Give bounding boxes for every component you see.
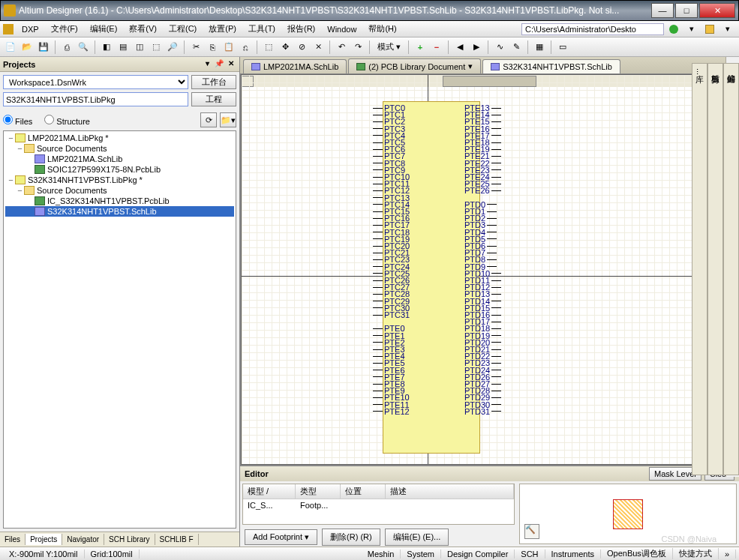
add-icon[interactable]: + xyxy=(413,40,428,55)
add-footprint-button[interactable]: Add Footprint ▾ xyxy=(245,529,317,545)
status-design-compiler[interactable]: Design Compiler xyxy=(441,550,515,559)
files-radio[interactable]: Files xyxy=(3,115,32,126)
deselect-icon[interactable]: ⊘ xyxy=(294,40,309,55)
tree-item[interactable]: −Source Documents xyxy=(5,185,234,196)
rubber-icon[interactable]: ⎌ xyxy=(238,40,253,55)
zoom-area-icon[interactable]: ⬚ xyxy=(149,40,164,55)
grid-icon[interactable]: ▦ xyxy=(532,40,547,55)
nav-back[interactable] xyxy=(665,22,682,36)
pin-left[interactable]: PTC31 xyxy=(373,312,411,318)
tree-item[interactable]: IC_S32K314NHT1VPBST.PcbLib xyxy=(5,196,234,206)
minimize-button[interactable]: ― xyxy=(651,3,674,18)
panel-tab[interactable]: SCHLIB F xyxy=(155,534,199,545)
save-icon[interactable]: 💾 xyxy=(36,40,51,55)
col-pos[interactable]: 位置 xyxy=(341,484,386,499)
path-box[interactable]: C:\Users\Administrator\Deskto xyxy=(521,23,664,35)
pin-right[interactable]: PTE26 xyxy=(463,187,501,193)
document-tab[interactable]: LMP2021MA.SchLib xyxy=(243,59,347,73)
workbench-button[interactable]: 工作台 xyxy=(191,75,236,89)
rtab-clipboard[interactable]: 剪贴板 xyxy=(707,63,723,475)
preview-icon[interactable]: 🔍 xyxy=(76,40,91,55)
menu-project[interactable]: 工程(C) xyxy=(163,22,203,36)
tree-item[interactable]: −S32K314NHT1VPBST.LibPkg * xyxy=(5,175,234,185)
panel-close-icon[interactable]: ✕ xyxy=(226,59,236,70)
rtab-library[interactable]: 库... xyxy=(692,63,707,475)
panel-pin-icon[interactable]: 📌 xyxy=(214,59,224,70)
clear-icon[interactable]: ⨯ xyxy=(311,40,326,55)
select-icon[interactable]: ⬚ xyxy=(261,40,276,55)
layer-icon[interactable]: ▭ xyxy=(555,40,570,55)
panel-tab[interactable]: Projects xyxy=(26,534,62,545)
rtab-favorites[interactable]: 偏好的 xyxy=(723,63,739,475)
redo-icon[interactable]: ↷ xyxy=(350,40,365,55)
maximize-button[interactable]: □ xyxy=(675,3,698,18)
structure-radio[interactable]: Structure xyxy=(44,115,90,126)
close-button[interactable]: ✕ xyxy=(699,3,735,18)
zoom-icon[interactable]: 🔎 xyxy=(165,40,180,55)
print-icon[interactable]: ⎙ xyxy=(59,40,74,55)
sheet-icon[interactable]: ▤ xyxy=(116,40,131,55)
col-type[interactable]: 类型 xyxy=(296,484,341,499)
nav-home[interactable] xyxy=(701,22,718,36)
menu-edit[interactable]: 编辑(E) xyxy=(84,22,124,36)
tree-item[interactable]: −Source Documents xyxy=(5,143,234,154)
pin-right[interactable]: PTD31 xyxy=(463,409,501,415)
status-meshin[interactable]: Meshin xyxy=(362,550,401,559)
tree-item[interactable]: −LMP2021MA.LibPkg * xyxy=(5,133,234,143)
edit-button[interactable]: 编辑(E) (E)... xyxy=(385,529,449,546)
project-tree[interactable]: −LMP2021MA.LibPkg *−Source Documents LMP… xyxy=(3,130,236,529)
preview-tool-icon[interactable]: 🔨 xyxy=(524,524,539,539)
menu-tools[interactable]: 工具(T) xyxy=(242,22,281,36)
col-model[interactable]: 模型 / xyxy=(243,484,296,499)
status-notify-icon[interactable]: » xyxy=(719,550,736,559)
status-system[interactable]: System xyxy=(401,550,441,559)
open-icon[interactable]: 📂 xyxy=(20,40,35,55)
tree-item[interactable]: S32K314NHT1VPBST.SchLib xyxy=(5,206,234,217)
refresh-icon[interactable]: ⟳ xyxy=(200,112,217,127)
status-instruments[interactable]: Instruments xyxy=(545,550,601,559)
tree-item[interactable]: LMP2021MA.SchLib xyxy=(5,154,234,164)
delete-button[interactable]: 删除(R) (R) xyxy=(322,529,380,546)
next-icon[interactable]: ▶ xyxy=(469,40,484,55)
menu-file[interactable]: 文件(F) xyxy=(45,22,84,36)
document-tab[interactable]: (2) PCB Library Document ▾ xyxy=(348,58,481,73)
editor-row[interactable]: IC_S... Footp... xyxy=(243,499,514,511)
project-button[interactable]: 工程 xyxy=(191,92,236,106)
pen-icon[interactable]: ✎ xyxy=(509,40,524,55)
undo-icon[interactable]: ↶ xyxy=(334,40,349,55)
panel-menu-icon[interactable]: ▾ xyxy=(202,59,212,70)
document-tab[interactable]: S32K314NHT1VPBST.SchLib xyxy=(482,59,620,73)
panel-tab[interactable]: SCH Library xyxy=(104,534,155,545)
pin-left[interactable]: PTE12 xyxy=(373,409,411,415)
remove-icon[interactable]: − xyxy=(429,40,444,55)
project-name-input[interactable] xyxy=(3,92,188,106)
menu-help[interactable]: 帮助(H) xyxy=(362,22,402,36)
status-sch[interactable]: SCH xyxy=(515,550,545,559)
menu-reports[interactable]: 报告(R) xyxy=(281,22,321,36)
status-shortcuts[interactable]: 快捷方式 xyxy=(673,548,719,559)
options-icon[interactable]: 📁▾ xyxy=(220,112,236,127)
status-openbus[interactable]: OpenBus调色板 xyxy=(601,548,673,559)
move-icon[interactable]: ✥ xyxy=(278,40,293,55)
menu-window[interactable]: Window xyxy=(321,23,362,35)
scrollbar-horizontal[interactable] xyxy=(242,75,737,87)
nav-home2[interactable]: ▾ xyxy=(719,22,736,36)
panel-tab[interactable]: Files xyxy=(0,534,26,545)
col-desc[interactable]: 描述 xyxy=(386,484,514,499)
fit-icon[interactable]: ◫ xyxy=(132,40,147,55)
scroll-thumb-h[interactable] xyxy=(443,76,537,87)
hier-icon[interactable]: ◧ xyxy=(99,40,114,55)
nav-fwd[interactable]: ▾ xyxy=(683,22,700,36)
menu-dxp[interactable]: DXP xyxy=(16,23,45,35)
schematic-canvas[interactable]: PTC0PTC1PTC2PTC3PTC4PTC5PTC6PTC7PTC8PTC9… xyxy=(242,75,737,464)
prev-icon[interactable]: ◀ xyxy=(452,40,467,55)
wire-icon[interactable]: ∿ xyxy=(492,40,507,55)
cut-icon[interactable]: ✂ xyxy=(188,40,203,55)
tree-item[interactable]: SOIC127P599X175-8N.PcbLib xyxy=(5,164,234,175)
paste-icon[interactable]: 📋 xyxy=(221,40,236,55)
workspace-select[interactable]: Workspace1.DsnWrk xyxy=(3,75,188,89)
new-icon[interactable]: 📄 xyxy=(3,40,18,55)
menu-view[interactable]: 察看(V) xyxy=(123,22,163,36)
mode-dropdown[interactable]: 模式 ▾ xyxy=(374,40,404,55)
editor-grid[interactable]: 模型 / 类型 位置 描述 IC_S... Footp... xyxy=(242,484,515,525)
